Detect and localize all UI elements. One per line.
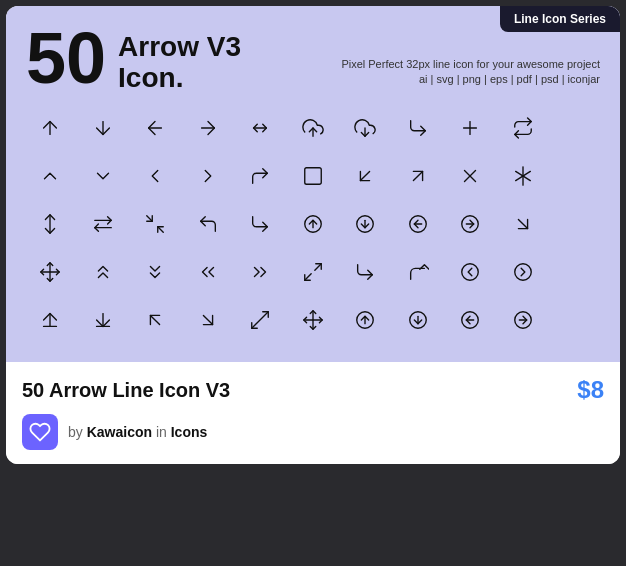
arrow-title-line2: Icon. [118, 63, 241, 94]
icon-placeholder [551, 106, 599, 150]
icon-circle-next [499, 250, 547, 294]
icon-move2 [289, 298, 337, 342]
icon-placeholder2 [551, 154, 599, 198]
icon-move [26, 250, 74, 294]
icon-chevron-up [26, 154, 74, 198]
header-row: 50 Arrow V3 Icon. Pixel Perfect 32px lin… [26, 22, 600, 102]
info-bar: 50 Arrow Line Icon V3 $8 [6, 362, 620, 414]
price: $8 [577, 376, 604, 404]
icon-arrow-down [79, 106, 127, 150]
icon-upload [289, 106, 337, 150]
by-prefix: by [68, 424, 83, 440]
icon-square [289, 154, 337, 198]
in-text: in [156, 424, 167, 440]
icon-arrows-v [26, 202, 74, 246]
icon-circle-down [341, 202, 389, 246]
icon-circle-arrow-left [446, 298, 494, 342]
icon-arrow-left [131, 106, 179, 150]
icon-corner-up-right [236, 154, 284, 198]
svg-line-40 [203, 315, 212, 324]
icon-chevron-down [79, 154, 127, 198]
icon-chevrons-up [79, 250, 127, 294]
icon-arrow-right [184, 106, 232, 150]
icon-corner-up-left [184, 202, 232, 246]
icon-repeat [499, 106, 547, 150]
title-text: Arrow V3 Icon. [118, 22, 241, 94]
icon-expand [289, 250, 337, 294]
badge: Line Icon Series [500, 6, 620, 32]
icon-asterisk [499, 154, 547, 198]
svg-line-41 [252, 312, 269, 329]
product-title: 50 Arrow Line Icon V3 [22, 379, 230, 402]
icon-circle-prev [446, 250, 494, 294]
formats-block: Pixel Perfect 32px line icon for your aw… [341, 58, 600, 85]
svg-line-31 [315, 264, 321, 270]
icon-shrink [131, 202, 179, 246]
formats-text: ai | svg | png | eps | pdf | psd | iconj… [341, 73, 600, 85]
icon-circle-arrow-down [394, 298, 442, 342]
icon-download [341, 106, 389, 150]
badge-label: Line Icon Series [514, 12, 606, 26]
icon-chevrons-right [236, 250, 284, 294]
icon-switch [79, 202, 127, 246]
icon-arrow-down-left [341, 154, 389, 198]
icon-arrow-up [26, 106, 74, 150]
author-category[interactable]: Icons [171, 424, 208, 440]
icon-arrow-up-left [131, 298, 179, 342]
title-row: 50 Arrow V3 Icon. [26, 22, 241, 94]
icons-grid [26, 106, 600, 342]
icon-placeholder4 [551, 250, 599, 294]
icon-chevron-left [131, 154, 179, 198]
svg-line-28 [518, 219, 527, 228]
pixel-text: Pixel Perfect 32px line icon for your aw… [341, 58, 600, 70]
icon-circle-right [446, 202, 494, 246]
icon-circle-up [289, 202, 337, 246]
icon-corner-right-down [394, 106, 442, 150]
icon-corner-right [236, 202, 284, 246]
svg-line-11 [413, 171, 422, 180]
icon-corner-down-right [341, 250, 389, 294]
svg-point-34 [515, 264, 532, 281]
author-text: by Kawaicon in Icons [68, 424, 207, 440]
icon-placeholder5 [551, 298, 599, 342]
svg-line-10 [361, 171, 370, 180]
icon-x [446, 154, 494, 198]
icon-turn-up-right [394, 250, 442, 294]
icon-upload2 [26, 298, 74, 342]
icon-circle-arrow-right [499, 298, 547, 342]
icon-chevrons-down [131, 250, 179, 294]
icon-arrow-down-right2 [184, 298, 232, 342]
author-row: by Kawaicon in Icons [6, 414, 620, 464]
icon-arrow-down-right [499, 202, 547, 246]
icon-plus [446, 106, 494, 150]
svg-rect-9 [304, 168, 321, 185]
svg-line-32 [304, 274, 310, 280]
product-card: Line Icon Series 50 Arrow V3 Icon. Pixel… [6, 6, 620, 464]
icon-circle-left [394, 202, 442, 246]
svg-line-39 [150, 315, 159, 324]
icon-arrow-horizontal [236, 106, 284, 150]
icon-maximize [236, 298, 284, 342]
author-name[interactable]: Kawaicon [87, 424, 152, 440]
icon-download2 [79, 298, 127, 342]
svg-point-33 [462, 264, 479, 281]
avatar [22, 414, 58, 450]
icon-circle-arrow-up [341, 298, 389, 342]
icon-chevrons-left [184, 250, 232, 294]
icon-placeholder3 [551, 202, 599, 246]
icon-chevron-right [184, 154, 232, 198]
icon-arrow-up-right [394, 154, 442, 198]
arrow-title-line1: Arrow V3 [118, 32, 241, 63]
preview-area: Line Icon Series 50 Arrow V3 Icon. Pixel… [6, 6, 620, 362]
big-number: 50 [26, 22, 106, 94]
